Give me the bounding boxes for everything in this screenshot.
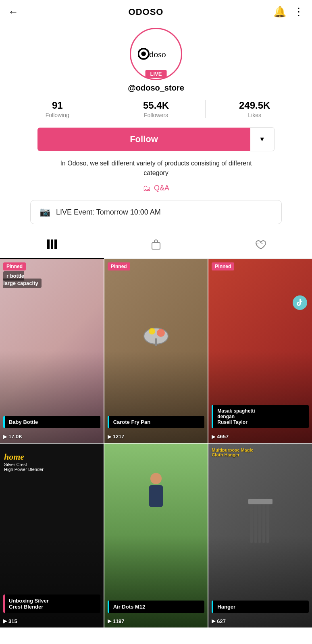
play-icon-1: ▶ (3, 434, 7, 440)
stat-followers[interactable]: 55.4K Followers (107, 98, 206, 120)
svg-rect-15 (258, 503, 261, 543)
follow-dropdown-button[interactable]: ▼ (250, 127, 275, 151)
video-cell-2[interactable]: Pinned Carote Fry Pan ▶ 1217 (104, 259, 208, 443)
video-grid: Pinned r bottlelarge capacity Baby Bottl… (0, 259, 312, 627)
qa-label: Q&A (154, 184, 169, 192)
svg-rect-8 (155, 338, 157, 346)
play-icon-2: ▶ (108, 434, 111, 440)
header: ← ODOSO 🔔 ⋮ (0, 0, 312, 24)
tab-bar (0, 233, 312, 259)
cell6-top-text: Multipurpose MagicCloth Hanger (212, 448, 309, 457)
video-label-5: Air Dots M12 (108, 601, 205, 613)
svg-text:doso: doso (149, 50, 166, 59)
back-button[interactable]: ← (8, 6, 19, 18)
live-badge: LIVE (146, 70, 167, 78)
video-cell-6[interactable]: Multipurpose MagicCloth Hanger Hanger ▶ … (208, 444, 312, 627)
svg-rect-17 (266, 503, 269, 543)
video-label-2: Carote Fry Pan (108, 416, 205, 428)
video-cell-3[interactable]: Pinned Masak spaghettidenganRusell Taylo… (208, 259, 312, 443)
play-count-2: ▶ 1217 (108, 433, 125, 440)
svg-rect-3 (47, 239, 50, 249)
following-label: Following (46, 112, 69, 118)
svg-point-1 (141, 52, 146, 56)
svg-rect-14 (254, 503, 257, 543)
followers-label: Followers (144, 112, 168, 118)
svg-rect-18 (248, 499, 272, 504)
svg-rect-6 (152, 243, 160, 249)
stat-likes[interactable]: 249.5K Likes (205, 98, 304, 120)
follow-button[interactable]: Follow (37, 128, 250, 151)
play-count-3: ▶ 4657 (212, 433, 229, 440)
avatar-logo-svg: doso (138, 44, 174, 64)
page-title: ODOSO (129, 7, 164, 17)
fry-pan-icon (140, 316, 172, 348)
svg-rect-16 (262, 503, 265, 543)
heart-icon (254, 239, 266, 252)
home-brand: home Silver CrestHigh Power Blender (4, 452, 44, 472)
video-label-4: Unboxing SilverCrest Blender (3, 594, 100, 613)
qa-icon: 🗂 (143, 184, 151, 193)
pinned-badge-2: Pinned (108, 262, 130, 270)
svg-rect-5 (54, 239, 57, 249)
tab-shop[interactable] (104, 233, 208, 259)
play-icon-4: ▶ (3, 618, 7, 624)
qa-link[interactable]: 🗂 Q&A (143, 184, 169, 193)
svg-rect-4 (51, 239, 53, 249)
likes-label: Likes (248, 112, 261, 118)
person-silhouette (144, 471, 168, 512)
video-label-1: Baby Bottle (3, 416, 100, 428)
likes-count: 249.5K (239, 100, 270, 111)
svg-point-9 (149, 328, 155, 334)
video-cell-5[interactable]: Air Dots M12 ▶ 1197 (104, 444, 208, 627)
tab-videos[interactable] (0, 233, 104, 259)
follow-row: Follow ▼ (37, 127, 274, 151)
cell1-top-text: r bottlelarge capacity (3, 272, 100, 287)
header-actions: 🔔 ⋮ (273, 6, 304, 18)
more-button[interactable]: ⋮ (293, 6, 304, 18)
hanger-visual (248, 499, 272, 547)
profile-section: doso LIVE @odoso_store 91 Following 55.4… (0, 24, 312, 233)
tab-liked[interactable] (208, 233, 312, 259)
live-event-box[interactable]: 📷 LIVE Event: Tomorrow 10:00 AM (30, 200, 282, 224)
live-event-text: LIVE Event: Tomorrow 10:00 AM (56, 208, 161, 217)
followers-count: 55.4K (143, 100, 169, 111)
following-count: 91 (52, 100, 63, 111)
chevron-down-icon: ▼ (259, 136, 265, 143)
play-icon-6: ▶ (212, 618, 215, 624)
video-cell-4[interactable]: home Silver CrestHigh Power Blender Unbo… (0, 444, 104, 627)
play-count-1: ▶ 17.0K (3, 433, 23, 440)
notification-button[interactable]: 🔔 (273, 6, 286, 18)
avatar-wrapper: doso LIVE (130, 28, 182, 80)
play-icon-5: ▶ (108, 618, 111, 624)
bio-text: In Odoso, we sell different variety of p… (51, 159, 261, 178)
tiktok-badge (293, 295, 307, 310)
shop-bag-icon (150, 239, 162, 252)
play-icon-3: ▶ (212, 434, 215, 440)
play-count-4: ▶ 315 (3, 618, 17, 624)
videos-grid-icon (46, 239, 58, 252)
play-count-5: ▶ 1197 (108, 618, 125, 624)
live-event-icon: 📷 (40, 207, 50, 217)
video-label-6: Hanger (212, 601, 309, 613)
svg-point-10 (157, 329, 165, 337)
stat-following[interactable]: 91 Following (8, 98, 107, 120)
video-cell-1[interactable]: Pinned r bottlelarge capacity Baby Bottl… (0, 259, 104, 443)
play-count-6: ▶ 627 (212, 618, 226, 624)
svg-point-11 (150, 473, 162, 484)
svg-rect-13 (250, 503, 253, 543)
svg-rect-12 (149, 485, 163, 507)
video-label-3: Masak spaghettidenganRusell Taylor (212, 405, 309, 428)
username: @odoso_store (128, 83, 184, 93)
pinned-badge-3: Pinned (212, 262, 234, 270)
pinned-badge-1: Pinned (3, 262, 26, 270)
stats-row: 91 Following 55.4K Followers 249.5K Like… (8, 98, 304, 120)
